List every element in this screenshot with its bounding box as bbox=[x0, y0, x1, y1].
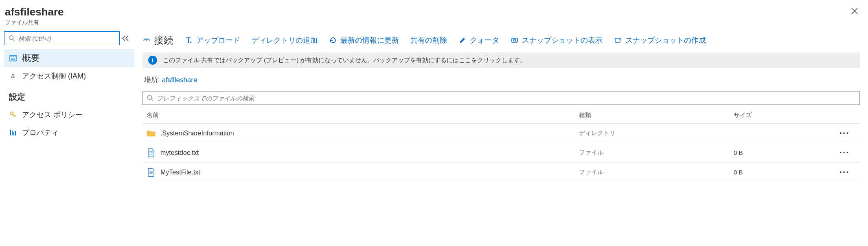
col-name[interactable]: 名前 bbox=[142, 111, 575, 119]
sidebar-item-access-policy[interactable]: アクセス ポリシー bbox=[4, 106, 134, 124]
close-icon bbox=[851, 7, 858, 15]
info-icon: i bbox=[148, 56, 157, 65]
location-value[interactable]: afsfileshare bbox=[162, 76, 197, 84]
svg-line-1 bbox=[13, 39, 15, 41]
toolbar-upload[interactable]: T. アップロード bbox=[185, 35, 240, 45]
sidebar-group-settings: 設定 bbox=[4, 85, 134, 106]
sidebar-item-label: アクセス ポリシー bbox=[22, 110, 83, 120]
toolbar-view-snapshot[interactable]: スナップショットの表示 bbox=[511, 35, 603, 45]
svg-point-12 bbox=[514, 39, 516, 41]
toolbar-label: スナップショットの作成 bbox=[625, 35, 706, 45]
file-search-box[interactable] bbox=[142, 91, 860, 105]
overview-icon bbox=[9, 54, 17, 62]
toolbar-quota[interactable]: クォータ bbox=[458, 35, 499, 45]
blade-header: afsfileshare ファイル共有 bbox=[0, 0, 868, 30]
file-size: 0 B bbox=[730, 169, 835, 176]
edit-icon bbox=[458, 36, 467, 44]
sidebar: 概要 a アクセス制御 (IAM) 設定 アクセス ポリシー bbox=[0, 30, 134, 246]
file-icon bbox=[147, 148, 156, 157]
grid-row[interactable]: mytestdoc.txt ファイル 0 B ··· bbox=[142, 143, 860, 163]
sidebar-search[interactable] bbox=[4, 31, 120, 45]
row-actions-button[interactable]: ··· bbox=[835, 148, 860, 158]
toolbar-label: スナップショットの表示 bbox=[522, 35, 603, 45]
sidebar-item-properties[interactable]: プロパティ bbox=[4, 124, 134, 142]
svg-point-16 bbox=[148, 96, 152, 100]
row-actions-button[interactable]: ··· bbox=[835, 128, 860, 139]
file-name: .SystemShareInformation bbox=[160, 130, 234, 137]
folder-icon bbox=[147, 129, 156, 138]
toolbar-label: 最新の情報に更新 bbox=[340, 35, 399, 45]
chevron-double-left-icon bbox=[122, 35, 129, 41]
svg-point-6 bbox=[11, 112, 13, 115]
file-search-input[interactable] bbox=[157, 95, 855, 102]
refresh-icon bbox=[329, 36, 337, 44]
blade-title: afsfileshare bbox=[5, 6, 64, 18]
info-text: このファイル 共有ではバックアップ (プレビュー) が有効になっていません。バッ… bbox=[163, 57, 526, 64]
key-icon bbox=[9, 111, 17, 118]
toolbar-label: クォータ bbox=[470, 35, 499, 45]
toolbar-add-directory[interactable]: ディレクトリの追加 bbox=[252, 35, 318, 45]
location-label: 場所: bbox=[144, 76, 160, 84]
file-type: ファイル bbox=[575, 149, 730, 157]
file-icon bbox=[147, 168, 156, 177]
toolbar-label: 接続 bbox=[154, 34, 173, 47]
properties-icon bbox=[9, 129, 17, 136]
sidebar-item-label: プロパティ bbox=[22, 128, 59, 137]
file-name: mytestdoc.txt bbox=[160, 149, 199, 157]
col-type[interactable]: 種類 bbox=[575, 111, 730, 119]
toolbar: 接続 T. アップロード ディレクトリの追加 最新の情報に更新 共有の削除 bbox=[142, 30, 860, 52]
search-icon bbox=[147, 95, 153, 101]
toolbar-label: ディレクトリの追加 bbox=[252, 35, 318, 45]
collapse-sidebar-button[interactable] bbox=[120, 35, 131, 41]
search-icon bbox=[9, 35, 15, 41]
file-grid: 名前 種類 サイズ .SystemShareInformation ディレクトリ… bbox=[142, 107, 860, 182]
snapshot-view-icon bbox=[511, 36, 519, 44]
toolbar-delete-share[interactable]: 共有の削除 bbox=[410, 35, 447, 45]
file-type: ディレクトリ bbox=[575, 129, 730, 137]
sidebar-item-label: 概要 bbox=[22, 52, 40, 64]
toolbar-refresh[interactable]: 最新の情報に更新 bbox=[329, 35, 399, 45]
file-type: ファイル bbox=[575, 168, 730, 176]
svg-point-0 bbox=[9, 36, 13, 40]
svg-line-17 bbox=[151, 99, 153, 101]
sidebar-item-iam[interactable]: a アクセス制御 (IAM) bbox=[4, 67, 134, 85]
upload-icon: T. bbox=[185, 36, 193, 44]
sidebar-item-overview[interactable]: 概要 bbox=[4, 49, 134, 67]
grid-row[interactable]: MyTestFile.txt ファイル 0 B ··· bbox=[142, 163, 860, 182]
grid-row[interactable]: .SystemShareInformation ディレクトリ ··· bbox=[142, 124, 860, 143]
sidebar-search-input[interactable] bbox=[18, 35, 115, 42]
connect-icon bbox=[142, 36, 151, 44]
sidebar-item-label: アクセス制御 (IAM) bbox=[22, 71, 86, 81]
blade-subtitle: ファイル共有 bbox=[5, 19, 64, 26]
grid-header: 名前 種類 サイズ bbox=[142, 107, 860, 124]
row-actions-button[interactable]: ··· bbox=[835, 167, 860, 178]
close-button[interactable] bbox=[849, 6, 860, 16]
toolbar-connect[interactable]: 接続 bbox=[142, 34, 173, 47]
toolbar-create-snapshot[interactable]: スナップショットの作成 bbox=[614, 35, 706, 45]
file-name: MyTestFile.txt bbox=[160, 169, 200, 176]
backup-info-bar[interactable]: i このファイル 共有ではバックアップ (プレビュー) が有効になっていません。… bbox=[142, 52, 860, 68]
toolbar-label: 共有の削除 bbox=[410, 35, 447, 45]
svg-rect-11 bbox=[512, 38, 517, 42]
main-pane: 接続 T. アップロード ディレクトリの追加 最新の情報に更新 共有の削除 bbox=[134, 30, 868, 246]
col-size[interactable]: サイズ bbox=[730, 111, 835, 119]
toolbar-label: アップロード bbox=[196, 35, 240, 45]
file-size: 0 B bbox=[730, 149, 835, 156]
iam-icon: a bbox=[9, 72, 17, 80]
snapshot-create-icon bbox=[614, 36, 622, 44]
location-row: 場所: afsfileshare bbox=[144, 75, 858, 85]
